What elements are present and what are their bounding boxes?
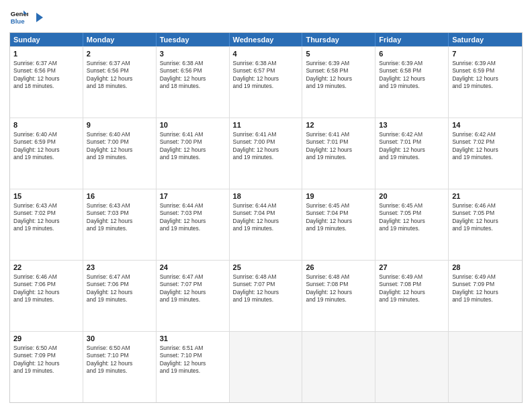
calendar-day-5: 5Sunrise: 6:39 AMSunset: 6:58 PMDaylight… xyxy=(302,47,375,118)
day-number: 5 xyxy=(306,49,371,59)
day-info-line: Sunrise: 6:39 AM xyxy=(379,60,445,67)
calendar-day-7: 7Sunrise: 6:39 AMSunset: 6:59 PMDaylight… xyxy=(449,47,522,118)
day-number: 17 xyxy=(160,191,226,201)
header-day-wednesday: Wednesday xyxy=(230,33,303,46)
day-info-line: Daylight: 12 hours xyxy=(13,146,79,154)
day-info-line: and 19 minutes. xyxy=(13,225,79,232)
day-info-line: Sunrise: 6:47 AM xyxy=(160,273,226,281)
day-info-line: and 19 minutes. xyxy=(379,225,445,232)
day-info-line: Daylight: 12 hours xyxy=(452,75,519,83)
day-number: 11 xyxy=(233,120,299,130)
day-info-line: Daylight: 12 hours xyxy=(379,75,445,83)
day-info-line: Sunset: 7:03 PM xyxy=(160,210,226,217)
day-info-line: Sunrise: 6:44 AM xyxy=(233,202,299,210)
header-day-saturday: Saturday xyxy=(449,33,522,46)
calendar-empty-cell xyxy=(302,332,375,402)
day-info-line: Daylight: 12 hours xyxy=(306,75,371,83)
day-number: 7 xyxy=(452,49,519,59)
day-info-line: Sunset: 6:58 PM xyxy=(306,67,371,75)
day-info-line: Sunrise: 6:41 AM xyxy=(306,131,371,138)
day-info-line: Sunrise: 6:50 AM xyxy=(13,345,79,352)
svg-text:Blue: Blue xyxy=(11,17,25,25)
day-info-line: Sunset: 7:07 PM xyxy=(160,281,226,288)
day-info-line: and 19 minutes. xyxy=(233,296,299,304)
day-info-line: Sunrise: 6:45 AM xyxy=(306,202,371,210)
day-info-line: and 19 minutes. xyxy=(160,225,226,232)
day-info-line: Sunrise: 6:37 AM xyxy=(87,60,152,67)
calendar-week-5: 29Sunrise: 6:50 AMSunset: 7:09 PMDayligh… xyxy=(10,331,522,402)
calendar-day-12: 12Sunrise: 6:41 AMSunset: 7:01 PMDayligh… xyxy=(302,118,375,189)
day-info-line: Sunset: 7:10 PM xyxy=(87,352,152,359)
calendar-day-6: 6Sunrise: 6:39 AMSunset: 6:58 PMDaylight… xyxy=(375,47,449,118)
day-info-line: Sunrise: 6:43 AM xyxy=(13,202,79,210)
day-number: 18 xyxy=(233,191,299,201)
day-info-line: Sunrise: 6:37 AM xyxy=(13,60,79,67)
day-info-line: Daylight: 12 hours xyxy=(452,289,519,296)
day-info-line: Sunrise: 6:42 AM xyxy=(379,131,445,138)
day-number: 3 xyxy=(160,49,226,59)
day-info-line: Sunset: 7:10 PM xyxy=(160,352,226,359)
day-info-line: Daylight: 12 hours xyxy=(13,75,79,83)
day-info-line: and 19 minutes. xyxy=(306,225,371,232)
day-number: 2 xyxy=(87,49,152,59)
day-info-line: Daylight: 12 hours xyxy=(87,218,152,225)
day-info-line: and 19 minutes. xyxy=(452,225,519,232)
day-info-line: and 19 minutes. xyxy=(233,225,299,232)
day-info-line: and 19 minutes. xyxy=(233,154,299,161)
page: General Blue SundayMondayTuesdayWednesda… xyxy=(0,0,532,411)
calendar-day-1: 1Sunrise: 6:37 AMSunset: 6:56 PMDaylight… xyxy=(10,47,83,118)
header-day-sunday: Sunday xyxy=(10,33,83,46)
calendar-day-25: 25Sunrise: 6:48 AMSunset: 7:07 PMDayligh… xyxy=(230,261,303,331)
day-info-line: Daylight: 12 hours xyxy=(233,75,299,83)
day-info-line: and 19 minutes. xyxy=(87,367,152,375)
day-info-line: Sunset: 6:56 PM xyxy=(87,67,152,75)
day-number: 4 xyxy=(233,49,299,59)
day-info-line: and 19 minutes. xyxy=(379,296,445,304)
day-number: 13 xyxy=(379,120,445,130)
day-number: 29 xyxy=(13,334,79,344)
day-info-line: Sunrise: 6:44 AM xyxy=(160,202,226,210)
calendar-day-17: 17Sunrise: 6:44 AMSunset: 7:03 PMDayligh… xyxy=(157,189,230,260)
calendar: SundayMondayTuesdayWednesdayThursdayFrid… xyxy=(9,32,523,403)
day-info-line: and 19 minutes. xyxy=(306,154,371,161)
day-info-line: Sunset: 7:04 PM xyxy=(233,210,299,217)
svg-marker-3 xyxy=(36,13,43,22)
calendar-day-31: 31Sunrise: 6:51 AMSunset: 7:10 PMDayligh… xyxy=(157,332,230,402)
day-info-line: and 19 minutes. xyxy=(452,296,519,304)
day-info-line: Sunset: 6:56 PM xyxy=(160,67,226,75)
calendar-day-18: 18Sunrise: 6:44 AMSunset: 7:04 PMDayligh… xyxy=(230,189,303,260)
day-number: 19 xyxy=(306,191,371,201)
day-info-line: Daylight: 12 hours xyxy=(306,218,371,225)
day-info-line: Sunset: 7:01 PM xyxy=(379,138,445,146)
day-info-line: Sunset: 7:04 PM xyxy=(306,210,371,217)
day-info-line: and 19 minutes. xyxy=(379,83,445,90)
day-number: 25 xyxy=(233,263,299,273)
day-info-line: Sunset: 6:57 PM xyxy=(233,67,299,75)
calendar-day-16: 16Sunrise: 6:43 AMSunset: 7:03 PMDayligh… xyxy=(83,189,157,260)
day-info-line: Daylight: 12 hours xyxy=(160,75,226,83)
calendar-week-3: 15Sunrise: 6:43 AMSunset: 7:02 PMDayligh… xyxy=(10,189,522,260)
day-info-line: and 18 minutes. xyxy=(160,83,226,90)
calendar-day-20: 20Sunrise: 6:45 AMSunset: 7:05 PMDayligh… xyxy=(375,189,449,260)
day-number: 15 xyxy=(13,191,79,201)
day-info-line: and 19 minutes. xyxy=(233,83,299,90)
day-info-line: Sunrise: 6:51 AM xyxy=(160,345,226,352)
calendar-day-9: 9Sunrise: 6:40 AMSunset: 7:00 PMDaylight… xyxy=(83,118,157,189)
day-info-line: Sunset: 7:02 PM xyxy=(452,138,519,146)
day-info-line: Daylight: 12 hours xyxy=(452,218,519,225)
day-info-line: and 19 minutes. xyxy=(452,83,519,90)
day-info-line: Daylight: 12 hours xyxy=(306,289,371,296)
day-info-line: Sunrise: 6:38 AM xyxy=(160,60,226,67)
day-number: 22 xyxy=(13,263,79,273)
day-info-line: Daylight: 12 hours xyxy=(452,146,519,154)
calendar-day-11: 11Sunrise: 6:41 AMSunset: 7:00 PMDayligh… xyxy=(230,118,303,189)
logo-icon: General Blue xyxy=(9,8,28,27)
header-day-tuesday: Tuesday xyxy=(157,33,230,46)
calendar-empty-cell xyxy=(449,332,522,402)
calendar-day-14: 14Sunrise: 6:42 AMSunset: 7:02 PMDayligh… xyxy=(449,118,522,189)
day-number: 8 xyxy=(13,120,79,130)
day-info-line: and 19 minutes. xyxy=(160,296,226,304)
day-info-line: and 19 minutes. xyxy=(13,296,79,304)
day-info-line: Sunrise: 6:41 AM xyxy=(233,131,299,138)
logo: General Blue xyxy=(9,8,46,27)
